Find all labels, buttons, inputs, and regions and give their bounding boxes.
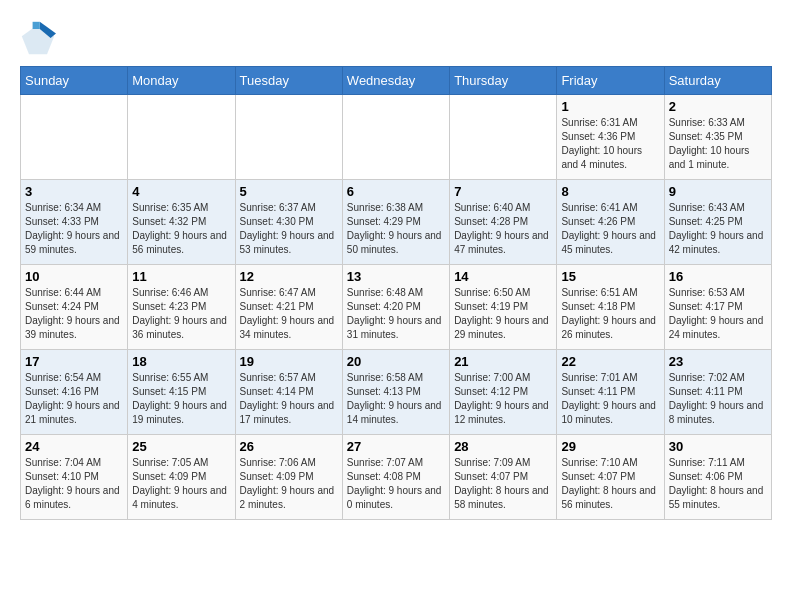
calendar-cell: 20Sunrise: 6:58 AM Sunset: 4:13 PM Dayli…	[342, 350, 449, 435]
calendar-cell	[128, 95, 235, 180]
calendar-cell: 4Sunrise: 6:35 AM Sunset: 4:32 PM Daylig…	[128, 180, 235, 265]
day-number: 10	[25, 269, 123, 284]
day-info: Sunrise: 7:09 AM Sunset: 4:07 PM Dayligh…	[454, 456, 552, 512]
calendar-cell: 17Sunrise: 6:54 AM Sunset: 4:16 PM Dayli…	[21, 350, 128, 435]
day-info: Sunrise: 6:57 AM Sunset: 4:14 PM Dayligh…	[240, 371, 338, 427]
weekday-header: Friday	[557, 67, 664, 95]
day-info: Sunrise: 7:07 AM Sunset: 4:08 PM Dayligh…	[347, 456, 445, 512]
day-info: Sunrise: 7:06 AM Sunset: 4:09 PM Dayligh…	[240, 456, 338, 512]
calendar-cell: 30Sunrise: 7:11 AM Sunset: 4:06 PM Dayli…	[664, 435, 771, 520]
day-info: Sunrise: 7:01 AM Sunset: 4:11 PM Dayligh…	[561, 371, 659, 427]
calendar-cell: 1Sunrise: 6:31 AM Sunset: 4:36 PM Daylig…	[557, 95, 664, 180]
calendar-cell	[342, 95, 449, 180]
calendar-cell	[21, 95, 128, 180]
day-number: 29	[561, 439, 659, 454]
day-number: 8	[561, 184, 659, 199]
day-number: 25	[132, 439, 230, 454]
day-info: Sunrise: 6:50 AM Sunset: 4:19 PM Dayligh…	[454, 286, 552, 342]
day-number: 30	[669, 439, 767, 454]
calendar-cell: 26Sunrise: 7:06 AM Sunset: 4:09 PM Dayli…	[235, 435, 342, 520]
day-info: Sunrise: 6:41 AM Sunset: 4:26 PM Dayligh…	[561, 201, 659, 257]
weekday-header: Sunday	[21, 67, 128, 95]
day-info: Sunrise: 6:43 AM Sunset: 4:25 PM Dayligh…	[669, 201, 767, 257]
calendar-cell: 3Sunrise: 6:34 AM Sunset: 4:33 PM Daylig…	[21, 180, 128, 265]
day-info: Sunrise: 7:02 AM Sunset: 4:11 PM Dayligh…	[669, 371, 767, 427]
day-info: Sunrise: 6:54 AM Sunset: 4:16 PM Dayligh…	[25, 371, 123, 427]
day-number: 3	[25, 184, 123, 199]
calendar-cell: 29Sunrise: 7:10 AM Sunset: 4:07 PM Dayli…	[557, 435, 664, 520]
day-info: Sunrise: 6:38 AM Sunset: 4:29 PM Dayligh…	[347, 201, 445, 257]
day-number: 27	[347, 439, 445, 454]
day-info: Sunrise: 6:34 AM Sunset: 4:33 PM Dayligh…	[25, 201, 123, 257]
calendar-cell: 15Sunrise: 6:51 AM Sunset: 4:18 PM Dayli…	[557, 265, 664, 350]
calendar-week-row: 3Sunrise: 6:34 AM Sunset: 4:33 PM Daylig…	[21, 180, 772, 265]
day-number: 2	[669, 99, 767, 114]
logo	[20, 20, 62, 56]
page-header	[20, 20, 772, 56]
weekday-header: Saturday	[664, 67, 771, 95]
day-number: 14	[454, 269, 552, 284]
day-number: 11	[132, 269, 230, 284]
day-number: 6	[347, 184, 445, 199]
day-number: 9	[669, 184, 767, 199]
day-info: Sunrise: 6:46 AM Sunset: 4:23 PM Dayligh…	[132, 286, 230, 342]
day-number: 5	[240, 184, 338, 199]
day-info: Sunrise: 6:35 AM Sunset: 4:32 PM Dayligh…	[132, 201, 230, 257]
calendar-table: SundayMondayTuesdayWednesdayThursdayFrid…	[20, 66, 772, 520]
day-info: Sunrise: 7:05 AM Sunset: 4:09 PM Dayligh…	[132, 456, 230, 512]
calendar-cell: 10Sunrise: 6:44 AM Sunset: 4:24 PM Dayli…	[21, 265, 128, 350]
calendar-cell: 21Sunrise: 7:00 AM Sunset: 4:12 PM Dayli…	[450, 350, 557, 435]
weekday-header: Tuesday	[235, 67, 342, 95]
day-info: Sunrise: 6:37 AM Sunset: 4:30 PM Dayligh…	[240, 201, 338, 257]
day-info: Sunrise: 6:31 AM Sunset: 4:36 PM Dayligh…	[561, 116, 659, 172]
day-number: 17	[25, 354, 123, 369]
day-number: 12	[240, 269, 338, 284]
calendar-week-row: 1Sunrise: 6:31 AM Sunset: 4:36 PM Daylig…	[21, 95, 772, 180]
calendar-cell: 14Sunrise: 6:50 AM Sunset: 4:19 PM Dayli…	[450, 265, 557, 350]
calendar-cell: 19Sunrise: 6:57 AM Sunset: 4:14 PM Dayli…	[235, 350, 342, 435]
day-info: Sunrise: 7:11 AM Sunset: 4:06 PM Dayligh…	[669, 456, 767, 512]
day-number: 1	[561, 99, 659, 114]
day-number: 16	[669, 269, 767, 284]
day-info: Sunrise: 6:58 AM Sunset: 4:13 PM Dayligh…	[347, 371, 445, 427]
calendar-cell	[235, 95, 342, 180]
logo-icon	[20, 20, 56, 56]
calendar-cell: 8Sunrise: 6:41 AM Sunset: 4:26 PM Daylig…	[557, 180, 664, 265]
calendar-week-row: 24Sunrise: 7:04 AM Sunset: 4:10 PM Dayli…	[21, 435, 772, 520]
calendar-week-row: 10Sunrise: 6:44 AM Sunset: 4:24 PM Dayli…	[21, 265, 772, 350]
weekday-header: Wednesday	[342, 67, 449, 95]
calendar-cell: 28Sunrise: 7:09 AM Sunset: 4:07 PM Dayli…	[450, 435, 557, 520]
svg-marker-2	[33, 22, 40, 29]
weekday-header: Thursday	[450, 67, 557, 95]
day-number: 20	[347, 354, 445, 369]
day-info: Sunrise: 6:47 AM Sunset: 4:21 PM Dayligh…	[240, 286, 338, 342]
calendar-cell: 23Sunrise: 7:02 AM Sunset: 4:11 PM Dayli…	[664, 350, 771, 435]
calendar-cell: 11Sunrise: 6:46 AM Sunset: 4:23 PM Dayli…	[128, 265, 235, 350]
day-info: Sunrise: 7:00 AM Sunset: 4:12 PM Dayligh…	[454, 371, 552, 427]
day-number: 28	[454, 439, 552, 454]
calendar-cell: 24Sunrise: 7:04 AM Sunset: 4:10 PM Dayli…	[21, 435, 128, 520]
calendar-cell: 22Sunrise: 7:01 AM Sunset: 4:11 PM Dayli…	[557, 350, 664, 435]
day-number: 15	[561, 269, 659, 284]
calendar-header-row: SundayMondayTuesdayWednesdayThursdayFrid…	[21, 67, 772, 95]
day-info: Sunrise: 7:04 AM Sunset: 4:10 PM Dayligh…	[25, 456, 123, 512]
weekday-header: Monday	[128, 67, 235, 95]
day-info: Sunrise: 6:53 AM Sunset: 4:17 PM Dayligh…	[669, 286, 767, 342]
day-number: 19	[240, 354, 338, 369]
calendar-cell: 7Sunrise: 6:40 AM Sunset: 4:28 PM Daylig…	[450, 180, 557, 265]
day-number: 4	[132, 184, 230, 199]
day-info: Sunrise: 6:33 AM Sunset: 4:35 PM Dayligh…	[669, 116, 767, 172]
day-info: Sunrise: 6:48 AM Sunset: 4:20 PM Dayligh…	[347, 286, 445, 342]
calendar-cell: 13Sunrise: 6:48 AM Sunset: 4:20 PM Dayli…	[342, 265, 449, 350]
calendar-cell: 16Sunrise: 6:53 AM Sunset: 4:17 PM Dayli…	[664, 265, 771, 350]
calendar-cell: 5Sunrise: 6:37 AM Sunset: 4:30 PM Daylig…	[235, 180, 342, 265]
day-info: Sunrise: 6:55 AM Sunset: 4:15 PM Dayligh…	[132, 371, 230, 427]
calendar-cell: 25Sunrise: 7:05 AM Sunset: 4:09 PM Dayli…	[128, 435, 235, 520]
calendar-cell: 12Sunrise: 6:47 AM Sunset: 4:21 PM Dayli…	[235, 265, 342, 350]
day-number: 26	[240, 439, 338, 454]
day-number: 24	[25, 439, 123, 454]
day-number: 18	[132, 354, 230, 369]
calendar-week-row: 17Sunrise: 6:54 AM Sunset: 4:16 PM Dayli…	[21, 350, 772, 435]
day-number: 13	[347, 269, 445, 284]
day-info: Sunrise: 6:40 AM Sunset: 4:28 PM Dayligh…	[454, 201, 552, 257]
